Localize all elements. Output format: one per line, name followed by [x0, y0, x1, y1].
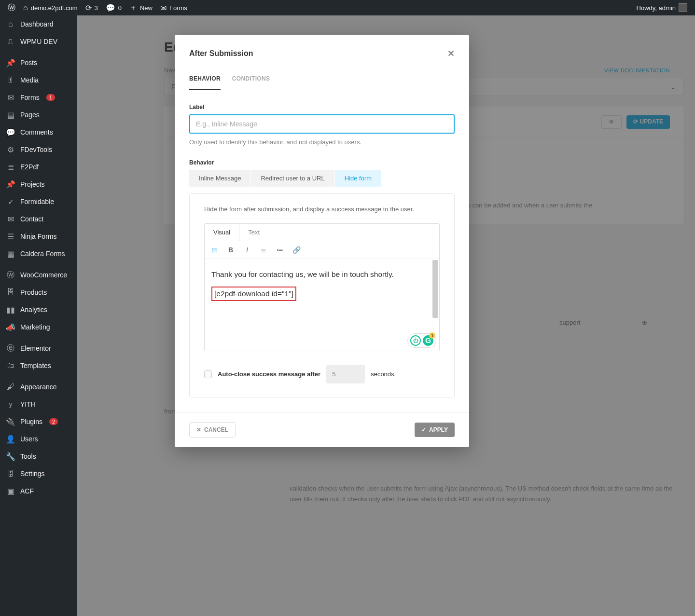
sidebar-item-label: Forms	[20, 94, 40, 101]
updates-link[interactable]: ⟳3	[82, 0, 102, 15]
pages-icon: ▤	[6, 110, 15, 120]
seconds-label: seconds.	[371, 370, 396, 378]
editor-line-1: Thank you for contacting us, we will be …	[211, 269, 432, 280]
sidebar-item-fdevtools[interactable]: ⚙FDevTools	[0, 141, 77, 158]
sidebar-item-users[interactable]: 👤Users	[0, 430, 77, 448]
preview-button[interactable]: 👁	[601, 115, 622, 129]
resize-handle-icon[interactable]: ⋰	[432, 344, 438, 350]
tab-behavior[interactable]: BEHAVIOR	[189, 68, 221, 90]
admin-bar: ⓦ ⌂demo.e2pdf.com ⟳3 💬0 ＋New ✉Forms Howd…	[0, 0, 695, 15]
media-icon: 🎚	[6, 75, 15, 85]
seconds-input[interactable]	[326, 365, 365, 383]
cancel-button[interactable]: ✕CANCEL	[189, 422, 236, 438]
sidebar-item-woocommerce[interactable]: ⓦWooCommerce	[0, 266, 77, 284]
sidebar-item-formidable[interactable]: ✓Formidable	[0, 193, 77, 210]
grammarly-widget[interactable]: ⏻ G1	[407, 333, 436, 348]
wrench-icon: 🔧	[6, 452, 15, 461]
sidebar-item-label: Formidable	[20, 198, 54, 205]
sidebar-item-settings[interactable]: 🎛Settings	[0, 465, 77, 482]
sidebar-item-elementor[interactable]: ⓔElementor	[0, 340, 77, 357]
option-hide-form[interactable]: Hide form	[335, 170, 382, 187]
behavior-panel: Hide the form after submission, and disp…	[189, 193, 455, 397]
label-help-text: Only used to identify this behavior, and…	[189, 138, 455, 146]
sidebar-item-tools[interactable]: 🔧Tools	[0, 448, 77, 465]
sidebar-item-plugins[interactable]: 🔌Plugins2	[0, 413, 77, 430]
autoclose-row: Auto-close success message after seconds…	[204, 365, 440, 383]
sidebar-item-wpmu-dev[interactable]: ⎍WPMU DEV	[0, 33, 77, 50]
label-input[interactable]	[189, 114, 455, 134]
sidebar-item-comments[interactable]: 💬Comments	[0, 123, 77, 141]
chevron-down-icon: ⌄	[670, 83, 676, 91]
forms-link[interactable]: ✉Forms	[156, 0, 191, 15]
sidebar-item-label: Media	[20, 76, 39, 84]
site-link[interactable]: ⌂demo.e2pdf.com	[19, 0, 82, 15]
sidebar-item-products[interactable]: 🗄Products	[0, 284, 77, 301]
acf-icon: ▣	[6, 486, 15, 496]
update-button[interactable]: ⟳ UPDATE	[626, 115, 670, 129]
editor-tab-text[interactable]: Text	[239, 224, 268, 241]
wp-logo[interactable]: ⓦ	[4, 0, 19, 15]
editor-content[interactable]: Thank you for contacting us, we will be …	[205, 259, 439, 351]
badge: 2	[49, 418, 58, 425]
sidebar-item-label: YITH	[20, 400, 36, 408]
sidebar-item-caldera-forms[interactable]: ▦Caldera Forms	[0, 245, 77, 262]
rich-editor: Visual Text ▤ B I ≣ ≔ 🔗 Thank you for co…	[204, 223, 440, 351]
sidebar-item-label: Projects	[20, 180, 45, 188]
forms-icon: ✉	[6, 93, 15, 102]
sidebar-item-templates[interactable]: 🗂Templates	[0, 357, 77, 374]
sidebar-item-media[interactable]: 🎚Media	[0, 71, 77, 89]
scrollbar[interactable]	[432, 260, 438, 318]
sidebar-item-label: Contact	[20, 215, 43, 223]
woo-icon: ⓦ	[6, 270, 15, 280]
view-docs-link[interactable]: VIEW DOCUMENTATION	[604, 68, 670, 73]
sidebar-item-yith[interactable]: ｙYITH	[0, 396, 77, 413]
numbered-list-icon[interactable]: ≔	[275, 245, 285, 255]
archive-icon: 🗄	[6, 287, 15, 297]
add-field-icon[interactable]: ▤	[209, 245, 219, 255]
sidebar-item-dashboard[interactable]: ⌂Dashboard	[0, 15, 77, 33]
sidebar-item-ninja-forms[interactable]: ☰Ninja Forms	[0, 228, 77, 245]
wpmu-icon: ⎍	[6, 37, 15, 46]
shortcode-highlight: [e2pdf-download id="1"]	[211, 287, 296, 301]
sidebar-item-label: E2Pdf	[20, 163, 39, 171]
sidebar-item-projects[interactable]: 📌Projects	[0, 176, 77, 193]
sidebar-item-pages[interactable]: ▤Pages	[0, 106, 77, 123]
dash-icon: ⌂	[6, 19, 15, 29]
elem-icon: ⓔ	[6, 343, 15, 353]
option-redirect[interactable]: Redirect user to a URL	[251, 170, 334, 187]
sidebar-item-acf[interactable]: ▣ACF	[0, 482, 77, 500]
bold-icon[interactable]: B	[226, 245, 236, 255]
sidebar-item-e2pdf[interactable]: ≣E2Pdf	[0, 158, 77, 176]
sidebar-item-contact[interactable]: ✉Contact	[0, 210, 77, 228]
modal-tabs: BEHAVIOR CONDITIONS	[175, 68, 469, 90]
close-icon[interactable]: ✕	[447, 48, 455, 59]
panel-description: Hide the form after submission, and disp…	[204, 205, 440, 213]
sidebar-item-label: Plugins	[20, 418, 42, 425]
bullet-list-icon[interactable]: ≣	[259, 245, 268, 255]
label-field-label: Label	[189, 104, 455, 110]
sidebar-item-analytics[interactable]: ▮▮Analytics	[0, 301, 77, 318]
tab-conditions[interactable]: CONDITIONS	[232, 68, 270, 90]
sidebar-item-marketing[interactable]: 📣Marketing	[0, 318, 77, 336]
howdy-link[interactable]: Howdy, admin	[633, 0, 691, 15]
comments-link[interactable]: 💬0	[102, 0, 125, 15]
sidebar-item-appearance[interactable]: 🖌Appearance	[0, 378, 77, 396]
sidebar-item-posts[interactable]: 📌Posts	[0, 54, 77, 71]
sidebar-item-label: WPMU DEV	[20, 38, 57, 45]
horn-icon: 📣	[6, 322, 15, 332]
new-link[interactable]: ＋New	[125, 0, 156, 15]
sidebar-item-forms[interactable]: ✉Forms1	[0, 89, 77, 106]
check-icon: ✓	[421, 426, 426, 433]
sidebar-item-label: FDevTools	[20, 146, 52, 153]
option-inline-message[interactable]: Inline Message	[189, 170, 251, 187]
italic-icon[interactable]: I	[242, 245, 252, 255]
admin-sidebar: ⌂Dashboard⎍WPMU DEV📌Posts🎚Media✉Forms1▤P…	[0, 15, 77, 616]
editor-tab-visual[interactable]: Visual	[205, 224, 239, 241]
sidebar-item-label: Products	[20, 288, 47, 296]
x-icon: ✕	[196, 426, 201, 433]
autoclose-checkbox[interactable]	[204, 370, 212, 378]
bars-icon: ▮▮	[6, 305, 15, 315]
sidebar-item-label: Pages	[20, 111, 40, 119]
link-icon[interactable]: 🔗	[292, 245, 301, 255]
apply-button[interactable]: ✓APPLY	[415, 423, 455, 437]
